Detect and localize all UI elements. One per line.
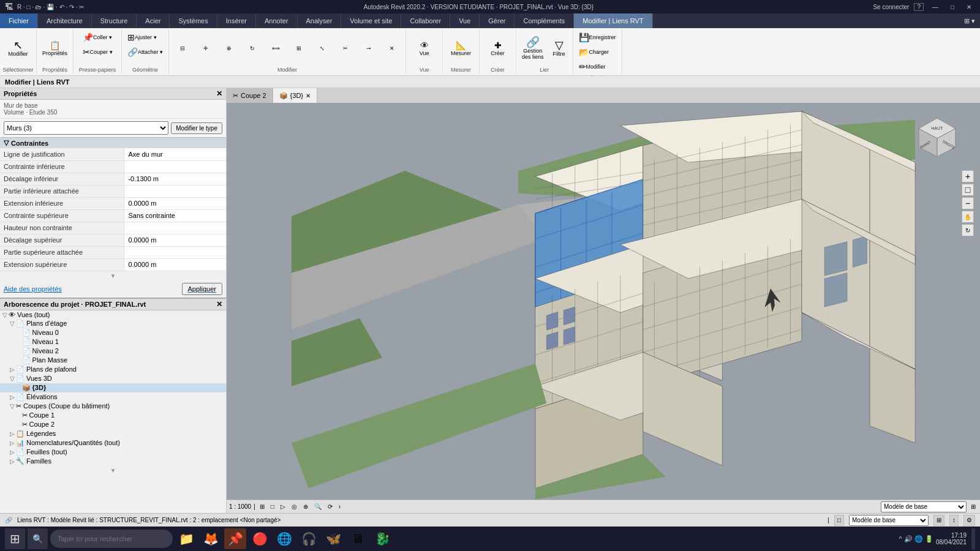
show-desktop-btn[interactable] <box>971 528 975 549</box>
tree-item[interactable]: 📄Niveau 0 <box>0 328 226 337</box>
orbit-btn[interactable]: ↻ <box>962 224 974 236</box>
modifier-button[interactable]: ↖ Modifier <box>5 33 31 64</box>
tree-item[interactable]: ▽📄Plans d'étage <box>0 319 226 328</box>
workset-select[interactable]: Modèle de base <box>881 501 967 512</box>
filtre-button[interactable]: ▽ Filtre <box>548 33 570 64</box>
prop-value[interactable] <box>124 160 226 173</box>
vp-btn-1[interactable]: ⊞ <box>258 503 266 510</box>
tree-item[interactable]: ▷🔧Familles <box>0 457 226 466</box>
help-btn[interactable]: ? <box>914 3 924 11</box>
pan-btn[interactable]: ✋ <box>962 211 974 223</box>
taskbar-app-firefox[interactable]: 🦊 <box>200 528 222 549</box>
tree-item[interactable]: ▷📋Légendes <box>0 429 226 438</box>
array-btn[interactable]: ⊞ <box>288 43 310 53</box>
tree-scroll-down[interactable]: ▼ <box>0 466 226 475</box>
mesurer-button[interactable]: 📐 Mesurer <box>448 39 474 58</box>
taskbar-app-file[interactable]: 📁 <box>175 528 197 549</box>
prop-value[interactable]: 0.0000 m <box>124 258 226 271</box>
scale-btn[interactable]: ⤡ <box>311 43 333 53</box>
trim-btn[interactable]: ✂ <box>334 43 356 53</box>
move-btn[interactable]: ✛ <box>195 43 217 53</box>
delete-btn[interactable]: ✕ <box>381 43 403 53</box>
modify-type-button[interactable]: Modifier le type <box>171 122 222 134</box>
rotate-btn[interactable]: ↻ <box>241 43 263 53</box>
3d-tab-close[interactable]: ✕ <box>306 92 311 99</box>
maximize-btn[interactable]: □ <box>947 4 958 10</box>
tab-analyser[interactable]: Analyser <box>298 13 342 28</box>
tree-item[interactable]: 📄Niveau 2 <box>0 347 226 356</box>
prop-value[interactable]: 0.0000 m <box>124 234 226 246</box>
proprietes-button[interactable]: 📋 Propriétés <box>39 39 70 58</box>
tab-acier[interactable]: Acier <box>137 13 170 28</box>
prop-value[interactable] <box>124 185 226 197</box>
charger-sel-button[interactable]: 📂 Charger <box>576 45 612 59</box>
taskbar-app-media[interactable]: 🔴 <box>249 528 271 549</box>
prop-value[interactable]: Axe du mur <box>124 148 226 160</box>
minimize-btn[interactable]: — <box>929 4 942 10</box>
taskbar-app-audio[interactable]: 🎧 <box>298 528 320 549</box>
creer-button[interactable]: ✚ Créer <box>487 39 509 58</box>
prop-value[interactable]: Sans contrainte <box>124 209 226 222</box>
tree-item[interactable]: ▷📄Plans de plafond <box>0 365 226 374</box>
tree-close-btn[interactable]: ✕ <box>216 300 222 309</box>
split-btn[interactable]: ⊸ <box>358 43 380 53</box>
taskbar-app-revit[interactable]: 📌 <box>224 528 246 549</box>
tab-collaborer[interactable]: Collaborer <box>401 13 450 28</box>
taskbar-app-screen[interactable]: 🖥 <box>347 528 369 549</box>
viewport-canvas[interactable]: HAUT AVANT DROITE + □ − ✋ ↻ <box>227 103 980 500</box>
tree-item[interactable]: ▽✂Coupes (Coupe du bâtiment) <box>0 402 226 411</box>
tab-3d[interactable]: 📦 {3D} ✕ <box>273 88 317 103</box>
tab-complements[interactable]: Compléments <box>514 13 574 28</box>
couper-button[interactable]: ✂ Couper ▾ <box>76 45 119 59</box>
appliquer-button[interactable]: Appliquer <box>182 283 222 295</box>
tab-coupe2[interactable]: ✂ Coupe 2 <box>227 88 273 103</box>
coller-button[interactable]: 📌 Coller ▾ <box>76 31 119 44</box>
vp-btn-4[interactable]: ◎ <box>290 503 299 510</box>
taskbar-search-input[interactable] <box>50 530 173 548</box>
navcube[interactable]: HAUT AVANT DROITE <box>913 115 962 164</box>
align-btn[interactable]: ⊟ <box>172 43 194 53</box>
properties-scroll-area[interactable]: Ligne de justificationAxe du murContrain… <box>0 148 226 280</box>
scroll-down-arrow[interactable]: ▼ <box>0 271 226 280</box>
tab-vue[interactable]: Vue <box>450 13 480 28</box>
tab-gerer[interactable]: Gérer <box>480 13 514 28</box>
tab-fichier[interactable]: Fichier <box>0 13 38 28</box>
tree-item[interactable]: ▷📄Élévations <box>0 392 226 402</box>
cortana-search-btn[interactable]: 🔍 <box>28 528 48 549</box>
tree-item[interactable]: ✂Coupe 2 <box>0 420 226 429</box>
enregistrer-sel-button[interactable]: 💾 Enregistrer <box>576 31 619 44</box>
prop-value[interactable] <box>124 222 226 234</box>
attacher-button[interactable]: 🔗 Attacher ▾ <box>124 45 166 59</box>
tree-item[interactable]: ▽👁Vues (tout) <box>0 310 226 319</box>
aide-link[interactable]: Aide des propriétés <box>4 285 62 293</box>
ribbon-extra-btn[interactable]: ⊞ ▾ <box>959 13 980 28</box>
prop-value[interactable] <box>124 246 226 258</box>
tree-item[interactable]: ▷📄Feuilles (tout) <box>0 448 226 457</box>
tab-systemes[interactable]: Systèmes <box>170 13 217 28</box>
connect-btn[interactable]: Se connecter <box>873 4 909 10</box>
status-settings-btn[interactable]: ⚙ <box>963 515 975 526</box>
zoom-fit-btn[interactable]: □ <box>962 184 974 196</box>
tab-structure[interactable]: Structure <box>92 13 137 28</box>
vp-btn-6[interactable]: 🔍 <box>312 503 323 510</box>
wall-type-select[interactable]: Murs (3) <box>4 121 168 135</box>
tab-architecture[interactable]: Architecture <box>38 13 92 28</box>
tree-item[interactable]: ✂Coupe 1 <box>0 411 226 420</box>
modifier-sel-button[interactable]: ✏ Modifier <box>576 60 609 73</box>
status-workset-btn[interactable]: □ <box>834 515 844 526</box>
tab-modifier-liens[interactable]: Modifier | Liens RVT <box>574 13 652 28</box>
taskbar-app-chrome[interactable]: 🌐 <box>273 528 295 549</box>
vp-btn-8[interactable]: › <box>337 503 342 510</box>
vp-btn-5[interactable]: ⊕ <box>301 503 310 510</box>
prop-value[interactable]: 0.0000 m <box>124 197 226 209</box>
tree-item[interactable]: 📦{3D} <box>0 383 226 392</box>
ajuster-button[interactable]: ⊞ Ajuster ▾ <box>124 31 160 44</box>
taskbar-app-dragon[interactable]: 🐉 <box>371 528 393 549</box>
vp-btn-7[interactable]: ⟳ <box>326 503 334 510</box>
status-workset-select[interactable]: Modèle de base <box>849 515 929 526</box>
mirror-btn[interactable]: ⟺ <box>265 43 287 53</box>
tree-item[interactable]: 📄Plan Masse <box>0 356 226 365</box>
vp-workset-btn[interactable]: ⊞ <box>969 503 978 510</box>
vp-btn-3[interactable]: ▷ <box>279 503 287 510</box>
zoom-out-btn[interactable]: − <box>962 197 974 209</box>
